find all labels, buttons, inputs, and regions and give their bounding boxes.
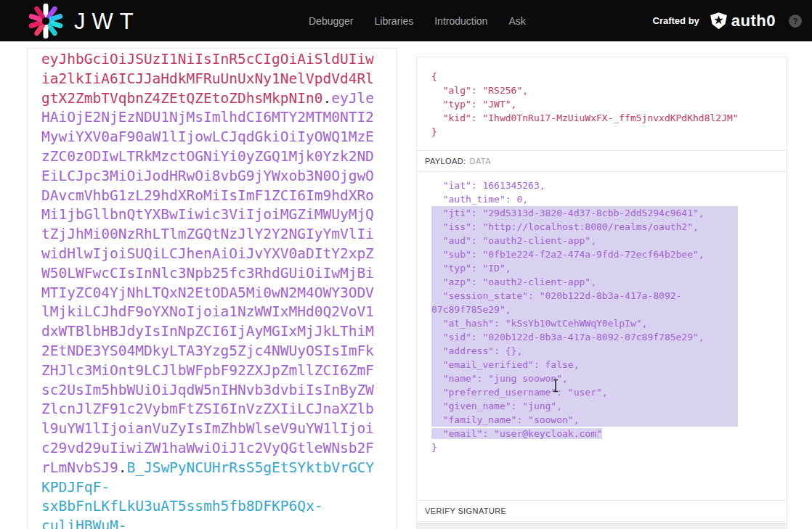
auth0-shield-icon — [710, 11, 728, 31]
jwt-io-page: JWT DebuggerLibrariesIntroductionAsk Cra… — [0, 0, 812, 529]
json-line: "iss": "http://localhost:8080/realms/oau… — [431, 220, 738, 234]
token-line: lMjkiLCJhdF9oYXNoIjoia1NzWWIxMHd0Q2VoV1 — [41, 303, 389, 322]
token-line: dxWTBlbHBJdyIsInNpZCI6IjAyMGIxMjJkLThiM — [41, 322, 389, 342]
token-line: DAvcmVhbG1zL29hdXRoMiIsImF1ZCI6Im9hdXRo — [41, 186, 389, 206]
verify-signature-section-header: VERIFY SIGNATURE — [417, 500, 787, 522]
token-line: MTIyZC04YjNhLTQxN2EtODA5Mi0wN2M4OWY3ODV — [41, 284, 389, 303]
decoded-header-json[interactable]: { "alg": "RS256", "typ": "JWT", "kid": "… — [417, 57, 787, 150]
token-line: sxBbFnLKfLkU3uAT5ssmh5fb8DFKP6Qx- — [41, 497, 389, 517]
json-line: "family_name": "soowon", — [431, 413, 738, 427]
json-line: "preferred_username": "user", — [431, 385, 738, 399]
payload-section-header: PAYLOAD: DATA — [417, 150, 787, 172]
token-line: EiLCJpc3MiOiJodHRwOi8vbG9jYWxob3N0OjgwO — [41, 167, 389, 186]
token-line: l9uYW1lIjoianVuZyIsImZhbWlseV9uYW1lIjoi — [41, 419, 389, 439]
json-line: "typ": "JWT", — [431, 97, 787, 111]
nav-links: DebuggerLibrariesIntroductionAsk — [309, 0, 526, 41]
token-line: ia2lkIiA6ICJJaHdkMFRuUnUxNy1NelVpdVd4Rl — [41, 70, 389, 89]
json-line: "sub": "0fb1e224-f2a2-474a-9fdd-72ecf64b… — [431, 247, 738, 261]
json-line: "alg": "RS256", — [431, 83, 787, 97]
token-line: widHlwIjoiSUQiLCJhenAiOiJvYXV0aDItY2xpZ — [41, 245, 389, 264]
json-line: "jti": "29d5313d-3820-4d37-8cbb-2dd5294c… — [431, 206, 738, 220]
token-line: c29vd29uIiwiZW1haWwiOiJ1c2VyQGtleWNsb2F — [41, 439, 389, 459]
decoded-panel: { "alg": "RS256", "typ": "JWT", "kid": "… — [416, 57, 787, 529]
json-line: "kid": "Ihwd0TnRu17-MzUiuWxFX-_ffm5jnvxd… — [431, 111, 787, 125]
token-line: rLmNvbSJ9.B_JSwPyNCUHrRsS5gEtSYktbVrGCY — [41, 459, 389, 478]
json-line: 07c89f785e29", — [431, 303, 738, 316]
jwt-logo-text: JWT — [74, 7, 140, 35]
navbar-right: Crafted by auth0 ? — [653, 0, 802, 41]
verify-signature-label: VERIFY SIGNATURE — [425, 507, 506, 515]
payload-sublabel: DATA — [470, 157, 491, 165]
token-line: culiHBWuM- — [41, 517, 389, 529]
nav-link-introduction[interactable]: Introduction — [434, 15, 487, 27]
token-line: sc2UsIm5hbWUiOiJqdW5nIHNvb3dvbiIsInByZW — [41, 381, 389, 401]
json-line: "sid": "020b122d-8b3a-417a-8092-07c89f78… — [431, 330, 738, 344]
json-line: "session_state": "020b122d-8b3a-417a-809… — [431, 289, 738, 303]
encoded-token-textarea[interactable]: eyJhbGciOiJSUzI1NiIsInR5cCIgOiAiSldUIiwi… — [27, 48, 397, 529]
token-line: KPDJFqF- — [41, 478, 389, 498]
json-line: "at_hash": "kSsYb10wtCehWWqY0elpIw", — [431, 316, 738, 330]
token-line: MywiYXV0aF90aW1lIjowLCJqdGkiOiIyOWQ1MzE — [41, 128, 389, 147]
token-line: 2EtNDE3YS04MDkyLTA3Yzg5Zjc4NWUyOSIsImFk — [41, 342, 389, 361]
text-cursor-icon — [552, 379, 559, 393]
token-line: ZHJlc3MiOnt9LCJlbWFpbF92ZXJpZmllZCI6ZmF — [41, 361, 389, 381]
payload-label: PAYLOAD: — [425, 157, 466, 165]
nav-link-ask[interactable]: Ask — [508, 15, 525, 27]
token-line: gtX2ZmbTVqbnZ4ZEtQZEtoZDhsMkpNIn0.eyJle — [41, 89, 389, 109]
token-line: W50LWFwcCIsInNlc3Npb25fc3RhdGUiOiIwMjBi — [41, 264, 389, 284]
token-line: Mi1jbGllbnQtYXBwIiwic3ViIjoiMGZiMWUyMjQ — [41, 205, 389, 225]
nav-link-libraries[interactable]: Libraries — [375, 15, 414, 27]
jwt-logo[interactable]: JWT — [26, 1, 140, 40]
json-line: "auth_time": 0, — [431, 192, 787, 206]
nav-link-debugger[interactable]: Debugger — [309, 15, 354, 27]
help-button[interactable]: ? — [789, 15, 802, 28]
token-line: ZlcnJlZF91c2VybmFtZSI6InVzZXIiLCJnaXZlb — [41, 400, 389, 419]
auth0-logo[interactable]: auth0 — [710, 11, 776, 31]
jwt-pinwheel-icon — [26, 2, 65, 40]
json-line: "name": "jung soowon", — [431, 372, 738, 385]
json-line: } — [431, 125, 787, 139]
json-line: "address": {}, — [431, 344, 738, 358]
json-line: } — [431, 440, 787, 454]
token-line: HAiOjE2NjEzNDU1NjMsImlhdCI6MTY2MTM0NTI2 — [41, 108, 389, 128]
json-line: "azp": "oauth2-client-app", — [431, 275, 738, 289]
token-line: tZjJhMi00NzRhLTlmZGQtNzJlY2Y2NGIyYmVlIi — [41, 225, 389, 245]
json-line: { — [431, 70, 787, 83]
signature-box-top[interactable] — [417, 523, 787, 529]
decoded-payload-json[interactable]: "iat": 1661345263, "auth_time": 0, "jti"… — [417, 172, 787, 500]
json-line: "given_name": "jung", — [431, 399, 738, 413]
crafted-by-label: Crafted by — [653, 15, 699, 26]
token-line: zZC0zODIwLTRkMzctOGNiYi0yZGQ1Mjk0Yzk2ND — [41, 147, 389, 167]
token-line: eyJhbGciOiJSUzI1NiIsInR5cCIgOiAiSldUIiw — [41, 50, 389, 70]
json-line: "email": "user@keycloak.com" — [431, 427, 787, 440]
navbar: JWT DebuggerLibrariesIntroductionAsk Cra… — [0, 0, 812, 41]
json-line: "typ": "ID", — [431, 261, 738, 275]
json-line: "email_verified": false, — [431, 358, 738, 372]
auth0-brand-text: auth0 — [731, 12, 776, 30]
json-line: "iat": 1661345263, — [431, 179, 787, 192]
json-line: "aud": "oauth2-client-app", — [431, 234, 738, 247]
